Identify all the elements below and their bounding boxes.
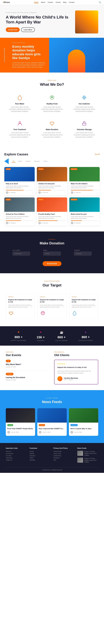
hero-small-text: RAISE FUNDS FOR THE CHILD'S ABROAD <box>6 12 75 13</box>
cause-progress-bar-5 <box>38 220 58 221</box>
cause-progress-bar-2 <box>38 190 51 190</box>
service-medicine: free medicine Lorem ipsum dolor sit amet… <box>70 92 98 114</box>
filter-others[interactable]: Others <box>42 160 49 162</box>
service-treatment: Free Treatment Lorem ipsum dolor sit ame… <box>6 118 34 140</box>
cause-progress-6 <box>71 220 98 221</box>
event-badge-1[interactable]: All <box>6 360 11 362</box>
cause-meta-6: dr. Johnson <box>71 222 98 224</box>
footer-link-team[interactable]: Our Team <box>6 455 27 456</box>
donate-button[interactable]: Donate Now <box>43 261 61 266</box>
target-card-desc-1: Lorem ipsum dolor sit amet consectetur a… <box>8 304 32 308</box>
filter-education[interactable]: Education <box>33 160 41 162</box>
cause-title-4: School for Poor Children <box>6 213 33 215</box>
filter-all[interactable]: All <box>12 160 15 162</box>
nav-about[interactable]: About <box>41 2 45 3</box>
nav-contact[interactable]: Contact <box>69 2 75 3</box>
target-arrow-3[interactable]: › <box>93 304 97 308</box>
event-item-2: Charity Leaving No One behind January 12… <box>6 373 50 381</box>
cause-title-6: Build school for peer <box>71 213 98 215</box>
cause-progress-4 <box>6 220 33 221</box>
nav-home[interactable]: Home <box>34 1 38 3</box>
view-all-link[interactable]: View All <box>95 154 100 155</box>
events-title: Our Events <box>6 354 50 357</box>
news-avatar-3 <box>70 431 73 434</box>
service-water: Pure Water Lorem ipsum dolor sit amet co… <box>6 92 34 114</box>
target-arrow-1[interactable]: › <box>30 304 33 308</box>
news-feeds-section: LATEST NEWS News Feeds Charity Proof Tha… <box>0 390 104 443</box>
donate-now-button[interactable]: Donate Now <box>6 28 20 32</box>
footer-link-disclaimer[interactable]: Disclaimer <box>54 457 74 459</box>
what-we-do-title: What We Do? <box>6 82 98 87</box>
testimonial-desc: Lorem ipsum dolor sit amet consectetur a… <box>57 370 95 374</box>
donation-amount-input[interactable] <box>74 252 91 256</box>
cause-badge-5: Medical <box>38 198 44 200</box>
cause-progress-bar-4 <box>6 220 21 221</box>
volunteer-stat-icon: ♥ <box>18 330 19 334</box>
cause-image-1: Charity <box>4 167 35 181</box>
footer-link-terms[interactable]: Terms of Use <box>54 453 74 454</box>
footer-link-cookie[interactable]: Cookie Policy <box>54 455 74 456</box>
cause-author-6: dr. Johnson <box>74 222 81 224</box>
author-info: Caroline Mannings CEO, Company <box>64 377 78 380</box>
event-item-1: All Why Waste Water? January 12, 2020 <box>6 360 50 368</box>
stat-country: ✦ 156 + COUNTRY <box>37 330 45 341</box>
news-title: News Feeds <box>6 400 98 404</box>
stat-number-stories: 869 + <box>82 335 90 339</box>
stat-label-coffee: CUP OF COFFEE <box>55 340 68 341</box>
header: iiPress Home About Causes Events Blog Co… <box>0 0 104 5</box>
stories-stat-icon: ♦ <box>85 330 86 334</box>
news-card-body-3: Here's A Quick Way To Save Jan 12, 2020 <box>69 427 98 436</box>
footer-link-faq[interactable]: FAQ <box>54 459 74 461</box>
highlight-image <box>49 38 104 72</box>
footer-link-about[interactable]: About Us <box>6 451 27 452</box>
nav-events[interactable]: Events <box>56 2 61 3</box>
footer-link-services[interactable]: Our Services <box>6 453 27 454</box>
target-card-desc-2: Lorem ipsum dolor sit amet consectetur a… <box>40 304 64 308</box>
service-desc-treatment: Lorem ipsum dolor sit amet consectetur a… <box>7 132 32 138</box>
cause-desc-6: Lorem ipsum dolor sit amet consectetur a… <box>71 216 98 219</box>
nav-blog[interactable]: Blog <box>63 2 66 3</box>
hero-image <box>75 10 98 34</box>
donation-email-input[interactable] <box>43 252 61 256</box>
service-title-volunteer: Volunteer Manage <box>72 128 97 130</box>
filter-charity[interactable]: Charity <box>17 160 23 162</box>
footer-link-testimonial[interactable]: Testimonial <box>6 457 27 459</box>
cause-progress-2 <box>38 190 66 190</box>
footer-link-charity[interactable]: Charity <box>30 451 50 452</box>
nav-causes[interactable]: Causes <box>48 2 53 3</box>
footer-col-privacy: Privacy And Policy Privacy Policy Terms … <box>54 447 74 464</box>
footer-col-links: Important Links About Us Our Services Ou… <box>6 447 27 464</box>
footer-link-medical[interactable]: Medical <box>30 453 50 454</box>
cause-card-4: Charity School for Poor Children Lorem i… <box>4 198 35 226</box>
cause-meta-5: dr. Johnson <box>38 222 66 224</box>
footer-link-volunteer[interactable]: Volunteer <box>30 459 50 461</box>
stat-number-country: 156 + <box>37 336 45 339</box>
cause-badge-3: Education <box>71 168 77 170</box>
footer-link-contact[interactable]: Contact Us <box>6 459 27 461</box>
cause-meta-4: dr. Johnson <box>6 222 33 224</box>
news-date-1: Jan 12, 2020 <box>11 432 19 433</box>
footer-links-title: Important Links <box>6 447 27 449</box>
donation-email-label: Email <box>43 250 47 251</box>
treatment-icon <box>16 120 23 127</box>
donation-name-input[interactable] <box>13 252 30 256</box>
event-badge-2[interactable]: Charity <box>6 373 13 375</box>
news-card-meta-3: Jan 12, 2020 <box>70 431 97 434</box>
footer-news-text-2: Support a Thriving, Healthy Future for A… <box>84 458 98 463</box>
target-arrow-2[interactable]: › <box>61 304 65 308</box>
footer-fundraise-title: Fundraise <box>30 447 50 449</box>
author-avatar <box>57 376 62 381</box>
cause-desc-4: Lorem ipsum dolor sit amet consectetur a… <box>6 216 33 219</box>
stat-stories: ♦ 869 + SUCCESS STORIES <box>78 330 93 341</box>
services-grid: Pure Water Lorem ipsum dolor sit amet co… <box>6 92 98 140</box>
learn-more-button[interactable]: Learn More <box>21 28 35 32</box>
footer-privacy-title: Privacy And Policy <box>54 447 74 449</box>
filter-medical[interactable]: Medical <box>25 160 31 162</box>
cause-image-5: Medical <box>37 198 67 212</box>
footer-link-others[interactable]: Others <box>30 457 50 459</box>
search-button[interactable]: 🔍 <box>99 1 101 4</box>
stat-number-volunteer: 869 + <box>15 335 23 339</box>
target-card-title-3: Support the treatment of a baby at risk <box>72 299 96 303</box>
footer-link-privacy[interactable]: Privacy Policy <box>54 451 74 452</box>
footer-link-education[interactable]: Education <box>30 455 50 456</box>
